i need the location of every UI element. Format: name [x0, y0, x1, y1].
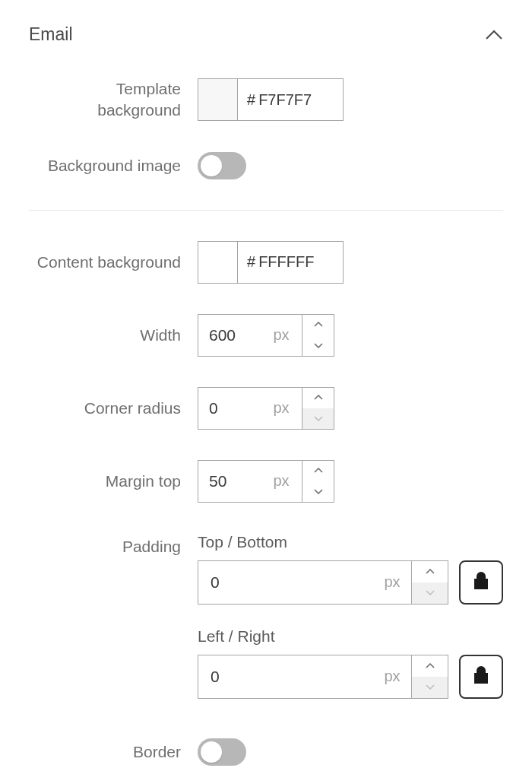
border-row: Border — [29, 738, 503, 766]
template-background-color-input[interactable]: # F7F7F7 — [198, 78, 344, 121]
padding-top-bottom-lock-button[interactable] — [459, 560, 503, 605]
padding-top-bottom-stepper: 0 px — [198, 560, 448, 605]
padding-left-right-spin — [411, 655, 448, 698]
width-unit: px — [261, 315, 302, 356]
corner-radius-stepper: 0 px — [198, 387, 334, 430]
padding-left-right-unit: px — [373, 655, 411, 698]
margin-top-stepper: 50 px — [198, 460, 334, 503]
background-image-toggle[interactable] — [198, 152, 246, 179]
stepper-up-button[interactable] — [302, 315, 334, 336]
corner-radius-label: Corner radius — [29, 398, 198, 419]
content-background-color-input[interactable]: # FFFFFF — [198, 241, 344, 284]
toggle-knob — [201, 155, 222, 176]
section-divider — [29, 210, 503, 211]
stepper-down-button — [412, 677, 448, 698]
content-background-label: Content background — [29, 252, 198, 273]
padding-left-right-row: 0 px — [198, 655, 503, 699]
stepper-down-button — [412, 582, 448, 604]
corner-radius-row: Corner radius 0 px — [29, 387, 503, 430]
margin-top-row: Margin top 50 px — [29, 460, 503, 503]
padding-left-right-stepper: 0 px — [198, 655, 448, 699]
template-background-label: Template background — [29, 78, 198, 122]
section-header[interactable]: Email — [29, 24, 503, 45]
stepper-up-button[interactable] — [412, 561, 448, 583]
corner-radius-unit: px — [261, 388, 302, 429]
stepper-down-button — [302, 408, 334, 429]
padding-top-bottom-label: Top / Bottom — [198, 533, 503, 551]
lock-icon — [473, 571, 489, 594]
color-hex-value[interactable]: # FFFFFF — [238, 242, 343, 283]
content-background-row: Content background # FFFFFF — [29, 241, 503, 284]
background-image-label: Background image — [29, 155, 198, 176]
margin-top-spin — [302, 461, 334, 502]
margin-top-label: Margin top — [29, 471, 198, 492]
email-settings-panel: Email Template background # F7F7F7 Backg… — [0, 0, 532, 766]
color-swatch[interactable] — [198, 242, 238, 283]
stepper-down-button[interactable] — [302, 481, 334, 502]
stepper-up-button[interactable] — [302, 461, 334, 482]
color-swatch[interactable] — [198, 79, 238, 120]
padding-top-bottom-spin — [411, 561, 448, 604]
margin-top-unit: px — [261, 461, 302, 502]
margin-top-input[interactable]: 50 — [198, 461, 261, 502]
chevron-up-icon[interactable] — [485, 26, 503, 44]
padding-left-right-lock-button[interactable] — [459, 655, 503, 699]
template-background-row: Template background # F7F7F7 — [29, 78, 503, 122]
padding-top-bottom-row: 0 px — [198, 560, 503, 605]
width-spin — [302, 315, 334, 356]
stepper-down-button[interactable] — [302, 335, 334, 356]
padding-top-bottom-input[interactable]: 0 — [198, 561, 373, 604]
corner-radius-spin — [302, 388, 334, 429]
padding-row: Padding Top / Bottom 0 px Left — [29, 533, 503, 722]
border-toggle[interactable] — [198, 738, 246, 766]
border-label: Border — [29, 741, 198, 763]
lock-icon — [473, 665, 489, 688]
color-hex-value[interactable]: # F7F7F7 — [238, 79, 343, 120]
width-label: Width — [29, 325, 198, 346]
width-stepper: 600 px — [198, 314, 334, 357]
padding-top-bottom-unit: px — [373, 561, 411, 604]
toggle-knob — [201, 741, 222, 763]
width-row: Width 600 px — [29, 314, 503, 357]
padding-left-right-input[interactable]: 0 — [198, 655, 373, 698]
stepper-up-button[interactable] — [412, 655, 448, 678]
padding-left-right-label: Left / Right — [198, 627, 503, 646]
stepper-up-button[interactable] — [302, 388, 334, 409]
corner-radius-input[interactable]: 0 — [198, 388, 261, 429]
width-input[interactable]: 600 — [198, 315, 261, 356]
padding-label: Padding — [29, 533, 198, 557]
background-image-row: Background image — [29, 152, 503, 179]
section-title: Email — [29, 24, 73, 45]
